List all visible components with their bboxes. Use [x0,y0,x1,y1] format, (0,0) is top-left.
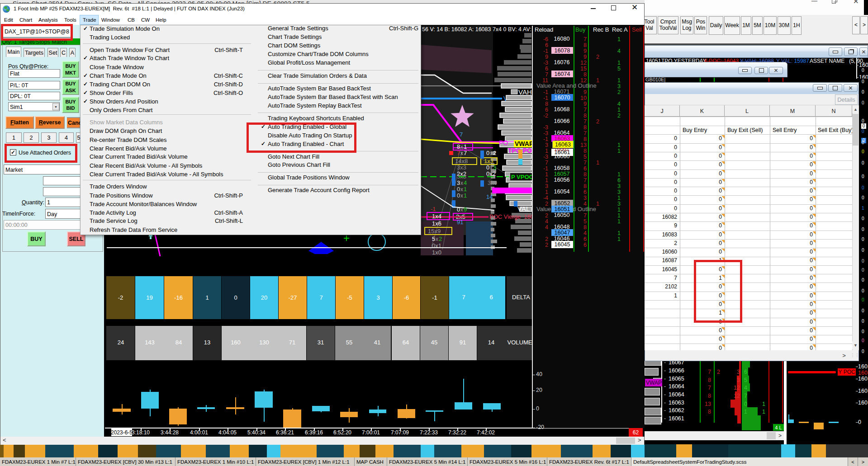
svg-text:5: 5 [432,235,435,242]
svg-text:3: 3 [457,179,460,186]
svg-text:1: 1 [464,143,467,150]
svg-text:0: 0 [457,192,460,199]
svg-text:14x8: 14x8 [455,158,468,165]
svg-text:1x4: 1x4 [432,213,441,220]
svg-text:x: x [460,193,463,199]
svg-text:91: 91 [457,219,463,226]
svg-text:x: x [460,150,463,156]
svg-text:PO: PO [499,139,508,146]
svg-text:7: 7 [464,150,467,156]
svg-text:9: 9 [464,206,467,213]
svg-text:x: x [460,186,463,193]
svg-text:0: 0 [457,206,460,213]
svg-text:7: 7 [457,150,460,156]
svg-text:4: 4 [464,179,467,186]
svg-text:15x9: 15x9 [428,228,441,235]
svg-text:x: x [460,144,463,150]
svg-text:0: 0 [457,186,460,193]
svg-text:1x6: 1x6 [432,220,441,227]
svg-text:x: x [436,236,438,242]
svg-text:3x3: 3x3 [457,164,466,171]
svg-text:x: x [460,180,463,186]
svg-text:1: 1 [464,186,467,193]
svg-text:7: 7 [460,131,463,138]
svg-text:-1: -1 [431,206,436,212]
svg-text:2: 2 [439,235,442,242]
svg-text:x: x [460,207,463,213]
svg-text:8: 8 [457,143,460,150]
svg-text:VAL: VAL [517,205,530,212]
svg-text:1: 1 [464,192,467,199]
svg-text:1x0: 1x0 [432,249,441,256]
